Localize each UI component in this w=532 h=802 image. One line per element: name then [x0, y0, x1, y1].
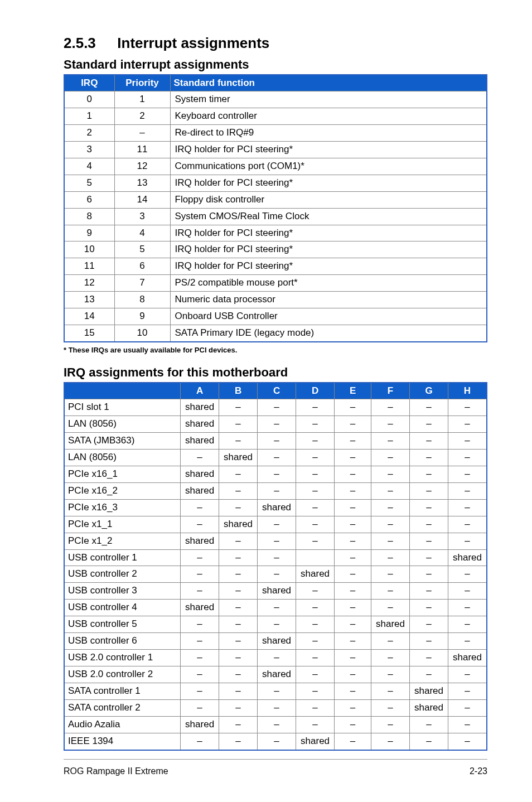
table-cell: shared: [258, 633, 296, 650]
table-cell: shared: [448, 650, 487, 666]
table-row: 311IRQ holder for PCI steering*: [64, 141, 487, 158]
table-cell: IRQ holder for PCI steering*: [170, 175, 487, 191]
table-cell: 4: [64, 158, 114, 175]
table-cell: –: [335, 583, 371, 600]
table-cell: –: [448, 616, 487, 633]
table-cell: –: [371, 733, 410, 750]
table-row: IEEE 1394–––shared––––: [64, 733, 487, 750]
table-cell: –: [335, 666, 371, 683]
table-cell: –: [219, 616, 258, 633]
table-cell: –: [335, 716, 371, 733]
table-cell: –: [371, 666, 410, 683]
table-row: PCIe x16_2shared–––––––: [64, 482, 487, 499]
table-row: SATA (JMB363)shared–––––––: [64, 432, 487, 449]
table2-header-cell: A: [181, 383, 219, 399]
table-cell: –: [219, 683, 258, 700]
table-cell: 2: [114, 108, 170, 124]
table-row: SATA controller 1––––––shared–: [64, 683, 487, 700]
table-cell: –: [410, 650, 448, 666]
table-cell: IRQ holder for PCI steering*: [170, 258, 487, 275]
table-cell: 10: [114, 325, 170, 342]
table-cell: shared: [371, 616, 410, 633]
table-cell: –: [114, 124, 170, 141]
table-row: SATA controller 2––––––shared–: [64, 699, 487, 716]
table-cell: 5: [64, 175, 114, 191]
section-title: Interrupt assignments: [117, 35, 269, 52]
table-cell: –: [371, 432, 410, 449]
table2-header-cell: E: [335, 383, 371, 399]
table-cell: –: [410, 449, 448, 466]
table-cell: –: [219, 716, 258, 733]
table-cell: –: [371, 399, 410, 416]
table-cell: –: [219, 699, 258, 716]
table-row: 12Keyboard controller: [64, 108, 487, 124]
table1-header-row: IRQPriorityStandard function: [64, 75, 487, 91]
table-cell: –: [296, 699, 335, 716]
table-cell: –: [335, 650, 371, 666]
table-cell: shared: [181, 716, 219, 733]
table-cell: –: [219, 633, 258, 650]
table-row: USB controller 3––shared–––––: [64, 583, 487, 600]
table-cell: –: [448, 516, 487, 533]
table-cell: –: [296, 650, 335, 666]
table-cell: –: [371, 699, 410, 716]
table-cell: –: [335, 449, 371, 466]
table-row: PCI slot 1shared–––––––: [64, 399, 487, 416]
table2-header-cell: D: [296, 383, 335, 399]
table-cell: IRQ holder for PCI steering*: [170, 141, 487, 158]
table-cell: 8: [64, 208, 114, 225]
table-cell: –: [448, 733, 487, 750]
table-cell: –: [258, 733, 296, 750]
table2-header-cell: F: [371, 383, 410, 399]
table-cell: –: [219, 399, 258, 416]
table-cell: USB controller 4: [64, 600, 181, 616]
table2-header-cell: G: [410, 383, 448, 399]
table-cell: –: [410, 716, 448, 733]
table-cell: –: [258, 716, 296, 733]
table-cell: 1: [114, 91, 170, 108]
table-cell: –: [335, 683, 371, 700]
table-cell: shared: [181, 399, 219, 416]
table-cell: –: [296, 616, 335, 633]
table-cell: –: [335, 499, 371, 516]
table-row: 138Numeric data processor: [64, 292, 487, 308]
table-cell: –: [296, 600, 335, 616]
table-cell: 7: [114, 275, 170, 292]
table-cell: shared: [181, 416, 219, 433]
table-cell: IEEE 1394: [64, 733, 181, 750]
table-cell: –: [181, 549, 219, 566]
table-cell: –: [219, 466, 258, 482]
table-cell: –: [219, 499, 258, 516]
table-row: PCIe x1_2shared–––––––: [64, 533, 487, 549]
table-cell: –: [296, 516, 335, 533]
table-cell: –: [410, 499, 448, 516]
table-cell: –: [258, 683, 296, 700]
table-cell: –: [448, 583, 487, 600]
table-cell: –: [219, 416, 258, 433]
table-cell: –: [410, 600, 448, 616]
section-header: 2.5.3 Interrupt assignments: [64, 35, 487, 52]
table-cell: –: [335, 416, 371, 433]
table-cell: –: [410, 399, 448, 416]
table-cell: shared: [181, 432, 219, 449]
table-cell: –: [181, 616, 219, 633]
table1-header-cell: IRQ: [64, 75, 114, 91]
table-cell: USB 2.0 controller 1: [64, 650, 181, 666]
table-cell: –: [448, 432, 487, 449]
table-cell: 10: [64, 241, 114, 258]
table-cell: 3: [114, 208, 170, 225]
table-cell: USB controller 5: [64, 616, 181, 633]
table-cell: PS/2 compatible mouse port*: [170, 275, 487, 292]
table-cell: PCI slot 1: [64, 399, 181, 416]
table-cell: –: [219, 600, 258, 616]
table-cell: 13: [114, 175, 170, 191]
table-cell: –: [410, 633, 448, 650]
table-cell: PCIe x1_1: [64, 516, 181, 533]
table-cell: –: [181, 449, 219, 466]
table-cell: shared: [296, 566, 335, 583]
table-cell: –: [335, 482, 371, 499]
table-cell: –: [335, 516, 371, 533]
table-row: 116IRQ holder for PCI steering*: [64, 258, 487, 275]
table-cell: 9: [114, 308, 170, 325]
table-cell: 6: [114, 258, 170, 275]
